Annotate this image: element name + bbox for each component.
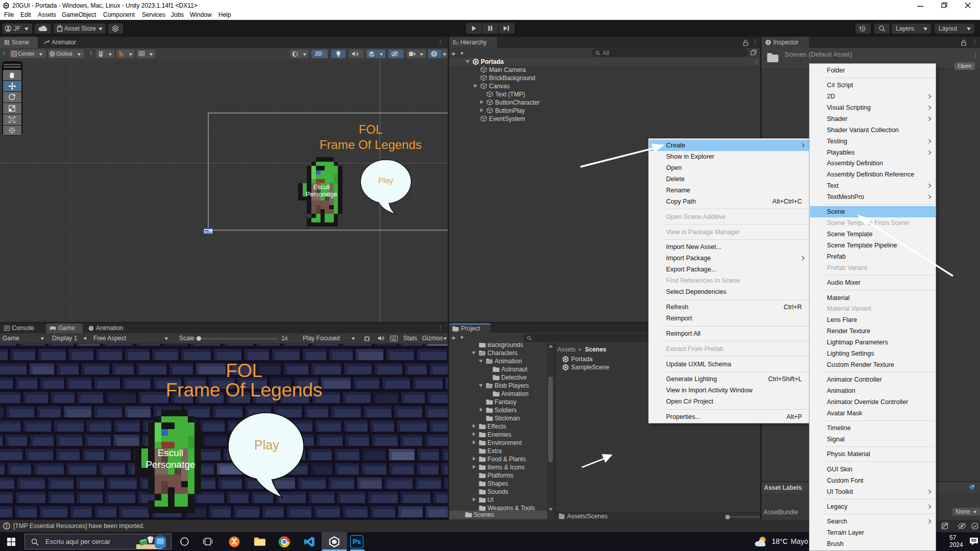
svg-text:Play: Play [378, 176, 394, 185]
svg-text:Play: Play [254, 438, 279, 452]
